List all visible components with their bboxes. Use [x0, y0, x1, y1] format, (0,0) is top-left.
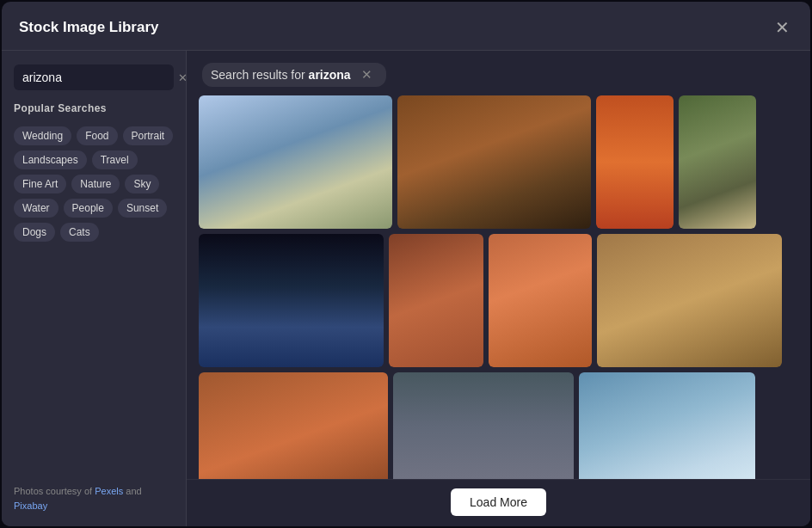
photo-credits: Photos courtesy of Pexels and Pixabay: [14, 484, 174, 513]
image-cell[interactable]: [199, 95, 392, 229]
image-cell[interactable]: [199, 234, 384, 367]
results-label: Search results for arizona: [211, 68, 351, 82]
modal-title: Stock Image Library: [19, 19, 159, 36]
image-grand-canyon-sunset: [199, 372, 388, 479]
image-waterfall-cave: [199, 234, 384, 367]
results-query: arizona: [309, 68, 351, 82]
image-cell[interactable]: [489, 234, 592, 367]
tag-food[interactable]: Food: [77, 126, 117, 145]
tag-wedding[interactable]: Wedding: [14, 126, 71, 145]
results-header: Search results for arizona ✕: [187, 51, 810, 95]
tag-sky[interactable]: Sky: [125, 175, 159, 193]
tag-cats[interactable]: Cats: [60, 223, 99, 242]
image-cell[interactable]: [579, 372, 755, 479]
image-row-1: [199, 95, 798, 229]
image-cell[interactable]: [597, 234, 782, 367]
image-grand-canyon-overlook: [597, 234, 782, 367]
image-antelope-canyon-orange: [489, 234, 592, 367]
tag-portrait[interactable]: Portrait: [123, 126, 174, 145]
search-box: ✕: [14, 64, 174, 90]
image-row-2: [199, 234, 798, 367]
image-grid-wrapper: [187, 95, 810, 479]
tag-dogs[interactable]: Dogs: [14, 223, 55, 242]
image-grand-canyon-panorama: [579, 372, 755, 479]
sidebar: ✕ Popular Searches Wedding Food Port: [2, 51, 187, 526]
tag-travel[interactable]: Travel: [92, 150, 138, 169]
modal-header: Stock Image Library ✕: [2, 2, 810, 51]
popular-searches-section: Popular Searches: [14, 102, 174, 114]
main-content: Search results for arizona ✕: [187, 51, 810, 526]
image-industrial-smokestacks: [393, 372, 574, 479]
footer-bar: Load More: [187, 479, 810, 526]
tag-sunset[interactable]: Sunset: [118, 199, 167, 218]
tag-fine-art[interactable]: Fine Art: [14, 175, 66, 193]
stock-image-library-modal: Stock Image Library ✕ ✕: [2, 2, 810, 526]
tag-nature[interactable]: Nature: [71, 175, 120, 193]
tags-container: Wedding Food Portrait Landscapes Travel …: [14, 126, 174, 242]
modal-body: ✕ Popular Searches Wedding Food Port: [2, 51, 810, 526]
pexels-link[interactable]: Pexels: [95, 486, 123, 496]
image-cell[interactable]: [199, 372, 388, 479]
image-row-3: [199, 372, 798, 479]
image-cell[interactable]: [596, 95, 674, 229]
close-button[interactable]: ✕: [772, 15, 793, 40]
tag-people[interactable]: People: [64, 199, 113, 218]
load-more-button[interactable]: Load More: [451, 488, 546, 516]
image-cell[interactable]: [393, 372, 574, 479]
tag-water[interactable]: Water: [14, 199, 58, 218]
modal-overlay: Stock Image Library ✕ ✕: [0, 0, 812, 528]
image-antelope-canyon-pink: [389, 234, 483, 367]
image-cell[interactable]: [389, 234, 483, 367]
image-cell[interactable]: [679, 95, 756, 229]
search-input[interactable]: [22, 71, 173, 84]
search-clear-button[interactable]: ✕: [178, 72, 187, 83]
clear-results-button[interactable]: ✕: [356, 65, 378, 84]
image-red-canyon: [596, 95, 674, 229]
image-horseshoe-bend: [397, 95, 591, 229]
image-cell[interactable]: [397, 95, 591, 229]
popular-searches-title: Popular Searches: [14, 102, 174, 114]
pixabay-link[interactable]: Pixabay: [14, 500, 47, 511]
image-grand-canyon-snow: [199, 95, 392, 229]
results-badge: Search results for arizona ✕: [202, 63, 386, 87]
image-roadrunner: [679, 95, 756, 229]
tag-landscapes[interactable]: Landscapes: [14, 150, 87, 169]
